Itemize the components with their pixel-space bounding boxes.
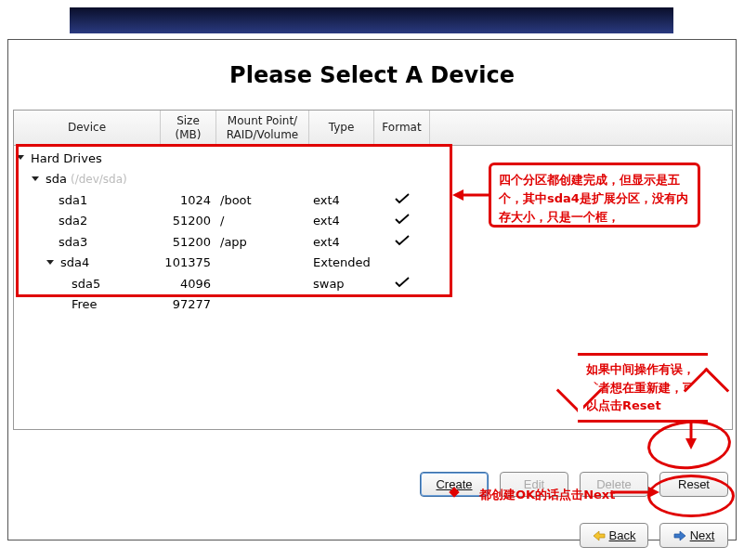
disk-path: (/dev/sda) bbox=[71, 173, 127, 186]
expander-icon[interactable] bbox=[16, 152, 27, 163]
annotation-text-3: 都创建OK的话点击Next bbox=[479, 487, 615, 503]
hard-drives-label: Hard Drives bbox=[31, 151, 102, 165]
partition-size: 51200 bbox=[161, 235, 216, 249]
col-mount[interactable]: Mount Point/ RAID/Volume bbox=[216, 111, 309, 145]
expander-icon[interactable] bbox=[31, 174, 42, 185]
check-icon bbox=[394, 215, 411, 228]
partition-mount: /app bbox=[216, 235, 309, 249]
annotation-text-2: 如果中间操作有误，或者想在重新建，可以点击Reset bbox=[578, 353, 708, 423]
disk-name: sda bbox=[46, 172, 67, 186]
partition-name: sda3 bbox=[59, 235, 87, 249]
partition-name: Free bbox=[72, 297, 98, 311]
partition-mount: /boot bbox=[216, 193, 309, 207]
col-spacer bbox=[430, 111, 732, 145]
partition-name: sda1 bbox=[59, 193, 87, 207]
next-button[interactable]: Next bbox=[659, 523, 728, 548]
partition-name: sda5 bbox=[72, 277, 100, 291]
check-icon bbox=[394, 194, 411, 208]
table-header-row: Device Size (MB) Mount Point/ RAID/Volum… bbox=[14, 111, 732, 146]
partition-size: 51200 bbox=[161, 214, 216, 228]
device-selection-panel: Please Select A Device Device Size (MB) … bbox=[7, 39, 737, 540]
partition-name: sda4 bbox=[60, 255, 89, 269]
col-size[interactable]: Size (MB) bbox=[161, 111, 216, 145]
annotation-text-1: 四个分区都创建完成，但显示是五个，其中sda4是扩展分区，没有内存大小，只是一个… bbox=[489, 163, 700, 228]
partition-buttons: Create Edit Delete Reset bbox=[8, 472, 736, 497]
partition-type: swap bbox=[309, 277, 374, 291]
partition-type: ext4 bbox=[309, 235, 374, 249]
nav-buttons: Back Next bbox=[8, 523, 736, 548]
expander-icon[interactable] bbox=[46, 257, 57, 268]
partition-size: 97277 bbox=[161, 297, 216, 311]
check-icon bbox=[394, 278, 411, 292]
back-button[interactable]: Back bbox=[580, 523, 648, 548]
col-format[interactable]: Format bbox=[374, 111, 430, 145]
arrow-left-icon bbox=[593, 530, 606, 541]
col-device[interactable]: Device bbox=[14, 111, 161, 145]
partition-size: 4096 bbox=[161, 277, 216, 291]
reset-button[interactable]: Reset bbox=[659, 472, 728, 497]
table-row[interactable]: sda5 4096 swap bbox=[14, 273, 732, 294]
title-area: Please Select A Device bbox=[8, 40, 736, 110]
table-row[interactable]: sda4 101375 Extended bbox=[14, 253, 732, 274]
partition-type: ext4 bbox=[309, 193, 374, 207]
partition-size: 101375 bbox=[161, 255, 216, 269]
col-type[interactable]: Type bbox=[309, 111, 374, 145]
partition-mount: / bbox=[216, 214, 309, 228]
arrow-right-icon bbox=[673, 530, 686, 541]
installer-header-bar bbox=[70, 7, 673, 33]
table-row[interactable]: sda3 51200 /app ext4 bbox=[14, 231, 732, 253]
page-title: Please Select A Device bbox=[229, 62, 515, 88]
table-row[interactable]: Free 97277 bbox=[14, 294, 732, 316]
partition-size: 1024 bbox=[161, 193, 216, 207]
partition-type: ext4 bbox=[309, 214, 374, 228]
check-icon bbox=[394, 236, 411, 250]
partition-name: sda2 bbox=[59, 214, 87, 228]
partition-type: Extended bbox=[309, 255, 374, 269]
